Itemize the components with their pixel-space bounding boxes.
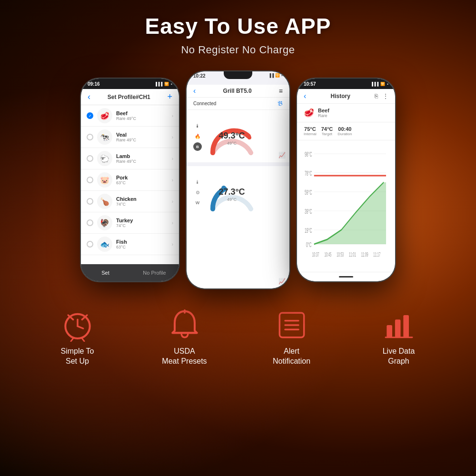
bar-chart-icon bbox=[382, 308, 416, 342]
main-title: Easy To Use APP bbox=[145, 13, 331, 39]
list-item[interactable]: 🐟 Fish 63°C › bbox=[81, 234, 179, 255]
feature-graph: Live DataGraph bbox=[361, 308, 437, 367]
turkey-radio[interactable] bbox=[87, 219, 93, 226]
chart-svg: 98°C 78°C 59°C 39°C 19°C 0°C 10:37 10: bbox=[304, 144, 388, 268]
fish-radio[interactable] bbox=[87, 241, 93, 248]
turkey-info: Turkey 74°C bbox=[116, 218, 168, 228]
probe2-icon2: ⚙ bbox=[193, 188, 202, 197]
probe1-icons: 🌡 🔥 B bbox=[193, 121, 202, 151]
probe1-target: 49°C bbox=[218, 141, 245, 146]
menu-icon[interactable]: ≡ bbox=[279, 87, 283, 95]
no-profile-button[interactable]: No Profile bbox=[130, 264, 179, 281]
svg-rect-35 bbox=[387, 325, 392, 337]
center-time: 10:22 bbox=[193, 73, 206, 79]
probe1-temp-value: 49.3°C bbox=[218, 131, 245, 141]
feature-alert: AlertNotification bbox=[254, 308, 330, 367]
more-icon[interactable]: ⋮ bbox=[383, 93, 388, 99]
list-item[interactable]: 🐷 Pork 63°C › bbox=[81, 169, 179, 191]
notch-pill bbox=[224, 71, 252, 79]
list-item[interactable]: 🦃 Turkey 74°C › bbox=[81, 212, 179, 234]
pork-radio[interactable] bbox=[87, 177, 93, 183]
alarm-clock-svg bbox=[61, 308, 94, 342]
probe1-gauge: 49.3°C 49°C bbox=[206, 115, 258, 158]
chicken-radio[interactable] bbox=[87, 198, 93, 205]
duration-label: Duration bbox=[337, 132, 352, 136]
beef-radio[interactable] bbox=[87, 112, 93, 119]
chevron-icon: › bbox=[172, 199, 173, 204]
pork-icon: 🐷 bbox=[97, 172, 112, 188]
veal-radio[interactable] bbox=[87, 134, 93, 140]
turkey-temp: 74°C bbox=[116, 223, 168, 228]
main-content: Easy To Use APP No Register No Charge 09… bbox=[0, 0, 476, 476]
set-button[interactable]: Set bbox=[81, 264, 130, 281]
internal-value: 75°C bbox=[304, 126, 317, 132]
feature-simple: Simple ToSet Up bbox=[40, 308, 116, 367]
beef-info: Beef Rare 49°C bbox=[116, 110, 168, 121]
wifi-icon: 🛜 bbox=[164, 82, 169, 86]
svg-text:98°C: 98°C bbox=[305, 150, 312, 158]
chicken-temp: 74°C bbox=[116, 202, 168, 207]
list-item[interactable]: 🥩 Beef Rare 49°C › bbox=[81, 105, 179, 127]
turkey-name: Turkey bbox=[116, 218, 168, 223]
feature-usda: USDAMeat Presets bbox=[147, 308, 223, 367]
veal-name: Veal bbox=[116, 132, 168, 138]
list-item[interactable]: 🐄 Veal Rare 49°C › bbox=[81, 127, 179, 148]
list-icon bbox=[275, 308, 308, 342]
simple-label: Simple ToSet Up bbox=[61, 347, 94, 367]
right-signal-icon: ▐▐▐ bbox=[370, 82, 378, 86]
w-badge: W bbox=[193, 198, 202, 207]
svg-text:11:17: 11:17 bbox=[373, 251, 380, 258]
history-icons: ⎘ ⋮ bbox=[375, 93, 388, 99]
svg-text:10:45: 10:45 bbox=[325, 251, 332, 258]
bar-chart-svg bbox=[382, 308, 416, 342]
pork-name: Pork bbox=[116, 175, 168, 180]
probe2-target: 49°C bbox=[218, 197, 245, 202]
duration-value: 00:40 bbox=[337, 126, 352, 132]
share-icon[interactable]: ⎘ bbox=[375, 93, 378, 99]
chicken-info: Chicken 74°C bbox=[116, 196, 168, 207]
left-screen: 09:16 ▐▐▐ 🛜 ▪ ‹ Set Profile#CH1 + bbox=[81, 79, 179, 281]
battery-icon: ▪ bbox=[171, 82, 172, 86]
center-back-icon[interactable]: ‹ bbox=[193, 87, 196, 95]
svg-line-28 bbox=[82, 338, 84, 341]
pork-info: Pork 63°C bbox=[116, 175, 168, 185]
target-value: 74°C bbox=[321, 126, 333, 132]
history-beef-sub: Rare bbox=[318, 113, 329, 118]
svg-text:59°C: 59°C bbox=[305, 188, 312, 196]
veal-icon: 🐄 bbox=[97, 129, 112, 145]
plus-icon[interactable]: + bbox=[167, 92, 172, 102]
meat-list: 🥩 Beef Rare 49°C › 🐄 Veal Rare 49 bbox=[81, 105, 179, 264]
internal-label: Internal bbox=[304, 132, 317, 136]
chart-icon[interactable]: 📈 bbox=[278, 152, 286, 159]
stat-duration: 00:40 Duration bbox=[337, 126, 352, 136]
history-beef-name: Beef bbox=[318, 108, 329, 113]
probe2-gauge: 27.3°C 49°C bbox=[206, 171, 258, 214]
b-badge: B bbox=[193, 142, 202, 151]
probe2-icons: 🌡 ⚙ W bbox=[193, 178, 202, 207]
probe2-thermometer-icon: 🌡 bbox=[193, 178, 202, 186]
probe2-temp-display: 27.3°C 49°C bbox=[218, 187, 245, 202]
svg-text:10:53: 10:53 bbox=[337, 251, 344, 258]
phone-center: 10:22 ▐▐ 🛜 ▪ ‹ Grill BT5.0 ≡ Connected 𝔅 bbox=[186, 70, 290, 289]
probe2-temp-value: 27.3°C bbox=[218, 187, 245, 197]
phones-container: 09:16 ▐▐▐ 🛜 ▪ ‹ Set Profile#CH1 + bbox=[10, 70, 466, 289]
list-item[interactable]: 🐑 Lamb Rare 49°C › bbox=[81, 148, 179, 169]
chart2-icon[interactable]: 📈 bbox=[278, 278, 286, 285]
right-battery-icon: ▪ bbox=[387, 82, 388, 86]
phone-left: 09:16 ▐▐▐ 🛜 ▪ ‹ Set Profile#CH1 + bbox=[80, 78, 180, 282]
clock-icon bbox=[61, 308, 94, 342]
lamb-radio[interactable] bbox=[87, 155, 93, 162]
back-arrow-icon[interactable]: ‹ bbox=[88, 92, 90, 102]
center-notch: 10:22 ▐▐ 🛜 ▪ bbox=[187, 71, 289, 85]
probe1-temp-display: 49.3°C 49°C bbox=[218, 131, 245, 146]
chicken-icon: 🍗 bbox=[97, 194, 112, 209]
veal-temp: Rare 49°C bbox=[116, 138, 168, 142]
svg-text:39°C: 39°C bbox=[305, 208, 312, 215]
phone-right: 10:57 ▐▐▐ 🛜 ▪ ‹ History ⎘ ⋮ � bbox=[296, 78, 396, 282]
beef-temp: Rare 49°C bbox=[116, 116, 168, 121]
connected-text: Connected bbox=[193, 101, 216, 106]
history-back-icon[interactable]: ‹ bbox=[304, 92, 306, 100]
svg-line-24 bbox=[78, 326, 83, 328]
list-item[interactable]: 🍗 Chicken 74°C › bbox=[81, 191, 179, 212]
center-status: ▐▐ 🛜 ▪ bbox=[268, 73, 283, 78]
